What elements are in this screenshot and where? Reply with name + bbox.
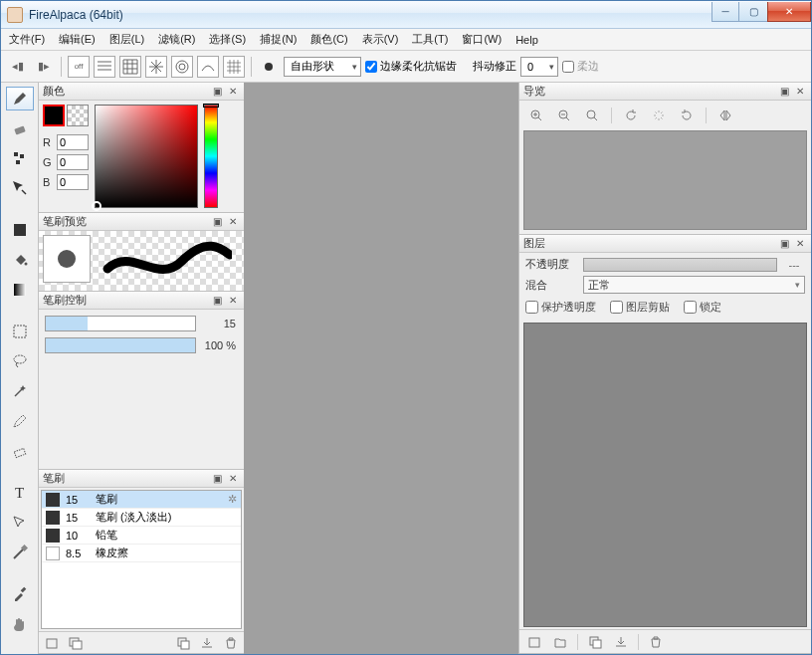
blend-mode-dropdown[interactable]: 正常 — [583, 276, 805, 294]
add-group-icon[interactable] — [67, 634, 85, 652]
text-tool[interactable]: T — [6, 481, 34, 505]
rotate-reset-icon[interactable] — [650, 107, 668, 124]
close-icon[interactable]: ✕ — [226, 85, 240, 99]
svg-point-21 — [587, 110, 595, 118]
snap-parallel-icon[interactable] — [94, 56, 115, 78]
clipping-checkbox[interactable]: 图层剪贴 — [610, 300, 670, 315]
menu-filter[interactable]: 滤镜(R) — [158, 32, 195, 47]
select-erase-tool[interactable] — [6, 439, 34, 463]
select-pen-tool[interactable] — [6, 409, 34, 433]
snap-vanish-icon[interactable] — [223, 56, 245, 78]
undo-button[interactable]: ◂▮ — [7, 56, 29, 78]
snap-radial-icon[interactable] — [145, 56, 167, 78]
zoom-fit-icon[interactable] — [583, 107, 601, 124]
undock-icon[interactable]: ▣ — [210, 472, 224, 486]
menu-select[interactable]: 选择(S) — [209, 32, 246, 47]
rotate-left-icon[interactable] — [622, 107, 640, 124]
brush-row[interactable]: 10铅笔 — [42, 527, 241, 545]
undock-icon[interactable]: ▣ — [210, 85, 224, 99]
svg-rect-13 — [20, 587, 26, 593]
close-icon[interactable]: ✕ — [226, 472, 240, 486]
brush-row[interactable]: 15笔刷 (淡入淡出) — [42, 509, 241, 527]
close-button[interactable]: ✕ — [767, 2, 811, 22]
background-swatch[interactable] — [67, 105, 89, 126]
tool-column: T — [1, 83, 39, 654]
move-tool[interactable] — [6, 176, 34, 200]
new-folder-icon[interactable] — [551, 633, 569, 651]
brush-row[interactable]: 15笔刷✲ — [42, 491, 241, 509]
close-icon[interactable]: ✕ — [226, 215, 240, 229]
lasso-tool[interactable] — [6, 349, 34, 373]
merge-layer-icon[interactable] — [612, 633, 630, 651]
delete-layer-icon[interactable] — [647, 633, 665, 651]
bucket-tool[interactable] — [6, 248, 34, 272]
menu-layer[interactable]: 图层(L) — [109, 32, 144, 47]
close-icon[interactable]: ✕ — [793, 85, 807, 99]
brush-row[interactable]: 8.5橡皮擦 — [42, 545, 241, 562]
divide-tool[interactable] — [6, 541, 34, 564]
menu-snap[interactable]: 捕捉(N) — [260, 32, 297, 47]
add-brush-icon[interactable] — [43, 634, 61, 652]
menu-color[interactable]: 颜色(C) — [310, 32, 347, 47]
layer-opacity-slider[interactable] — [583, 258, 777, 272]
stabilizer-dropdown[interactable]: 0 — [520, 57, 558, 77]
menu-tool[interactable]: 工具(T) — [412, 32, 448, 47]
brush-list[interactable]: 15笔刷✲15笔刷 (淡入淡出)10铅笔8.5橡皮擦 — [41, 490, 242, 629]
b-input[interactable] — [57, 174, 89, 190]
navigator-view[interactable] — [523, 130, 807, 230]
undock-icon[interactable]: ▣ — [210, 215, 224, 229]
antialias-checkbox[interactable]: 边缘柔化抗锯齿 — [365, 59, 457, 74]
gradient-tool[interactable] — [6, 278, 34, 302]
layer-list[interactable] — [523, 323, 807, 627]
hue-slider[interactable] — [204, 105, 218, 208]
brush-opacity-slider[interactable] — [45, 337, 196, 353]
undock-icon[interactable]: ▣ — [777, 237, 791, 251]
snap-off-icon[interactable]: off — [68, 56, 90, 78]
redo-button[interactable]: ▮▸ — [33, 56, 55, 78]
new-layer-icon[interactable] — [525, 633, 543, 651]
option-toolbar: ◂▮ ▮▸ off 自由形状 边缘柔化抗锯齿 抖动修正 0 柔边 — [1, 51, 811, 83]
rotate-right-icon[interactable] — [678, 107, 696, 124]
close-icon[interactable]: ✕ — [226, 294, 240, 308]
close-icon[interactable]: ✕ — [793, 237, 807, 251]
flip-icon[interactable] — [716, 107, 734, 124]
zoom-in-icon[interactable] — [527, 107, 545, 124]
magic-wand-tool[interactable] — [6, 379, 34, 403]
object-tool[interactable] — [6, 511, 34, 535]
select-rect-tool[interactable] — [6, 320, 34, 343]
menu-file[interactable]: 文件(F) — [9, 32, 45, 47]
undock-icon[interactable]: ▣ — [777, 85, 791, 99]
snap-curve-icon[interactable] — [197, 56, 219, 78]
lock-checkbox[interactable]: 锁定 — [684, 300, 721, 315]
brush-size-slider[interactable] — [45, 316, 196, 331]
protect-alpha-checkbox[interactable]: 保护透明度 — [525, 300, 596, 315]
undock-icon[interactable]: ▣ — [210, 294, 224, 308]
foreground-swatch[interactable] — [43, 105, 65, 126]
snap-circle-icon[interactable] — [171, 56, 193, 78]
g-input[interactable] — [57, 154, 89, 170]
dup-layer-icon[interactable] — [586, 633, 604, 651]
delete-brush-icon[interactable] — [222, 634, 240, 652]
fill-tool[interactable] — [6, 218, 34, 242]
menu-window[interactable]: 窗口(W) — [462, 32, 502, 47]
brush-tool[interactable] — [6, 87, 34, 110]
gear-icon[interactable]: ✲ — [228, 493, 237, 506]
minimize-button[interactable]: ─ — [711, 2, 739, 22]
menu-edit[interactable]: 编辑(E) — [59, 32, 96, 47]
r-input[interactable] — [57, 134, 89, 150]
shape-dropdown[interactable]: 自由形状 — [284, 57, 361, 77]
dup-brush-icon[interactable] — [174, 634, 192, 652]
zoom-out-icon[interactable] — [555, 107, 573, 124]
save-brush-icon[interactable] — [198, 634, 216, 652]
color-field[interactable] — [95, 105, 198, 208]
eraser-tool[interactable] — [6, 116, 34, 140]
dot-tool[interactable] — [6, 146, 34, 170]
eyedropper-tool[interactable] — [6, 582, 34, 606]
maximize-button[interactable]: ▢ — [739, 2, 767, 22]
canvas-area[interactable] — [244, 83, 518, 654]
menu-view[interactable]: 表示(V) — [362, 32, 399, 47]
menu-help[interactable]: Help — [515, 34, 538, 46]
softedge-checkbox[interactable]: 柔边 — [562, 59, 599, 74]
hand-tool[interactable] — [6, 612, 34, 636]
snap-grid-icon[interactable] — [119, 56, 141, 78]
